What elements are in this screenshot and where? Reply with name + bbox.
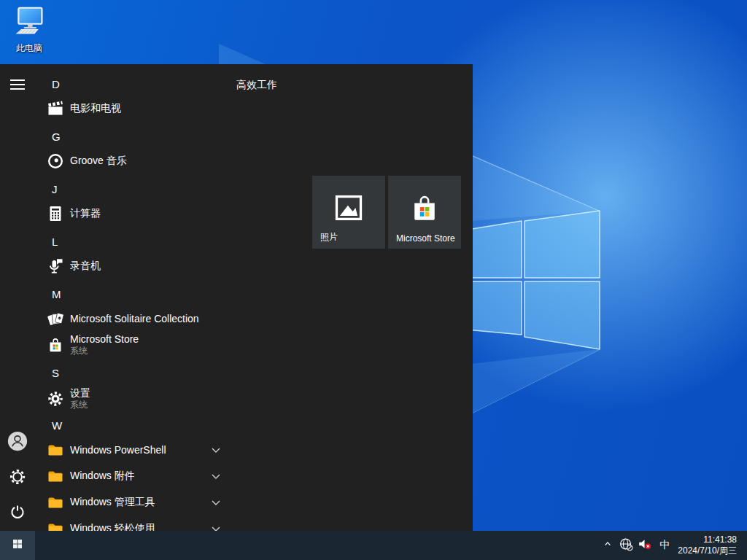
user-account-button[interactable] (0, 425, 35, 460)
start-button[interactable] (0, 531, 35, 560)
solitaire-icon: ♠ (47, 310, 64, 327)
tile-store[interactable]: Microsoft Store (388, 176, 461, 249)
clock-date: 2024/7/10/周三 (678, 545, 737, 556)
app-label: 计算器 (70, 207, 101, 220)
letter-header-label: D (35, 78, 60, 90)
app-sublabel: 系统 (70, 346, 139, 357)
speaker-muted-icon (637, 536, 653, 555)
calculator-icon (47, 205, 64, 222)
app-list-item-groove-音乐[interactable]: Groove 音乐 (35, 148, 226, 174)
letter-header-s[interactable]: S (35, 359, 226, 386)
volume-button[interactable] (635, 531, 654, 560)
app-list-item-设置[interactable]: 设置系统 (35, 383, 226, 415)
globe-offline-icon (619, 537, 634, 555)
letter-header-m[interactable]: M (35, 281, 226, 307)
app-label: Windows 附件 (70, 470, 135, 483)
letter-header-l[interactable]: L (35, 228, 226, 254)
app-label: 电影和电视 (70, 102, 121, 115)
app-label: 录音机 (70, 260, 101, 273)
folder-icon (47, 494, 64, 511)
user-icon (7, 430, 28, 455)
chevron-down-icon (207, 520, 225, 531)
hamburger-icon (10, 77, 25, 93)
app-label: Windows 轻松使用 (70, 522, 155, 531)
app-label-group: 设置系统 (70, 388, 90, 411)
settings-button[interactable] (0, 461, 35, 496)
system-tray: 中 11:41:38 2024/7/10/周三 (599, 531, 747, 560)
folder-item-windows-轻松使用[interactable]: Windows 轻松使用 (35, 516, 226, 531)
folder-icon (47, 520, 64, 531)
letter-header-label: W (35, 419, 62, 432)
settings-icon (47, 390, 64, 408)
tray-overflow-button[interactable] (599, 531, 616, 560)
folder-icon (47, 467, 64, 485)
app-list-item-电影和电视[interactable]: 电影和电视 (35, 96, 226, 122)
app-list-item-microsoft-store[interactable]: Microsoft Store系统 (35, 329, 226, 361)
app-list-item-计算器[interactable]: 计算器 (35, 201, 226, 227)
letter-header-label: G (35, 131, 61, 143)
app-label: Microsoft Store (70, 334, 139, 345)
folder-icon (47, 441, 64, 459)
clock-time: 11:41:38 (703, 534, 737, 545)
desktop: 此电脑 D电影和电视GGroove 音乐J计算器L录音机M♠Microsoft … (0, 0, 747, 560)
chevron-down-icon (207, 441, 225, 459)
letter-header-w[interactable]: W (35, 412, 226, 438)
app-sublabel: 系统 (70, 400, 90, 411)
letter-header-label: L (35, 236, 58, 248)
taskbar: 中 11:41:38 2024/7/10/周三 (0, 531, 747, 560)
tile-photos[interactable]: 照片 (312, 176, 385, 249)
app-label: Microsoft Solitaire Collection (70, 313, 199, 324)
power-button[interactable] (0, 496, 35, 531)
this-pc-icon (13, 6, 45, 41)
windows-logo-icon (11, 537, 24, 553)
folder-item-windows-管理工具[interactable]: Windows 管理工具 (35, 489, 226, 516)
app-list-item-microsoft-solitaire-collection[interactable]: ♠Microsoft Solitaire Collection (35, 306, 226, 332)
hamburger-button[interactable] (0, 67, 35, 102)
start-menu: D电影和电视GGroove 音乐J计算器L录音机M♠Microsoft Soli… (0, 64, 473, 531)
chevron-up-icon (600, 537, 615, 554)
tile-label: Microsoft Store (396, 233, 455, 244)
letter-header-label: M (35, 288, 61, 300)
letter-header-j[interactable]: J (35, 176, 226, 202)
letter-header-label: S (35, 367, 59, 379)
store-icon (47, 336, 64, 354)
app-label: Windows PowerShell (70, 444, 166, 456)
folder-item-windows-powershell[interactable]: Windows PowerShell (35, 437, 226, 463)
chevron-down-icon (207, 494, 225, 511)
app-list: D电影和电视GGroove 音乐J计算器L录音机M♠Microsoft Soli… (35, 64, 226, 531)
app-label-group: Microsoft Store系统 (70, 334, 139, 357)
desktop-icon-label: 此电脑 (16, 42, 42, 55)
desktop-icon-this-pc[interactable]: 此电脑 (9, 6, 50, 55)
letter-header-label: J (35, 183, 58, 195)
app-label: 设置 (70, 388, 90, 399)
tile-group-title: 高效工作 (236, 79, 277, 92)
network-status-button[interactable] (616, 531, 635, 560)
app-label: Groove 音乐 (70, 155, 127, 168)
chevron-down-icon (207, 467, 225, 485)
letter-header-d[interactable]: D (35, 71, 226, 97)
app-label: Windows 管理工具 (70, 496, 155, 509)
groove-music-icon (47, 152, 64, 170)
folder-item-windows-附件[interactable]: Windows 附件 (35, 463, 226, 489)
store-icon (409, 192, 441, 227)
tile-label: 照片 (320, 231, 338, 244)
voice-recorder-icon (47, 257, 64, 275)
letter-header-g[interactable]: G (35, 123, 226, 149)
taskbar-clock[interactable]: 11:41:38 2024/7/10/周三 (675, 531, 743, 560)
app-list-item-录音机[interactable]: 录音机 (35, 253, 226, 279)
start-menu-rail (0, 64, 35, 531)
movies-tv-icon (47, 100, 64, 117)
photos-icon (333, 192, 365, 227)
gear-icon (8, 467, 27, 489)
power-icon (9, 503, 26, 524)
ime-indicator[interactable]: 中 (654, 531, 675, 560)
